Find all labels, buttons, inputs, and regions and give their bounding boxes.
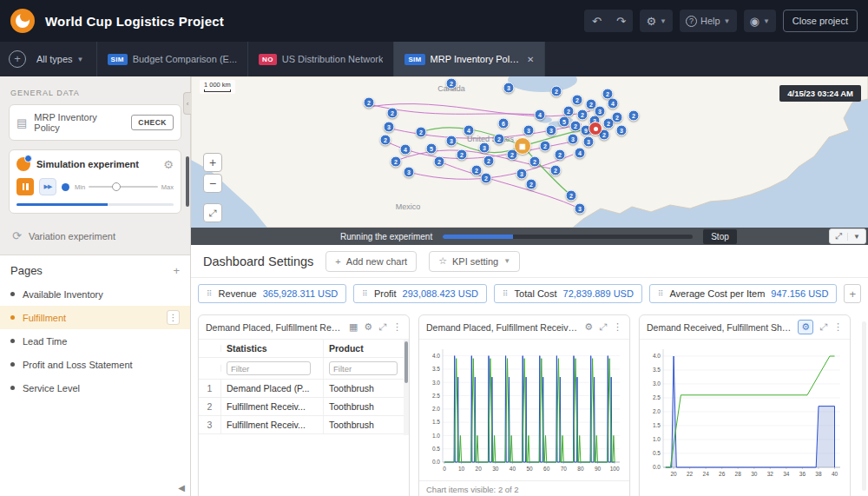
site-marker[interactable]: 2 [416,127,427,138]
redo-button[interactable]: ↷ [608,10,633,32]
site-marker[interactable]: 2 [563,106,575,117]
fast-forward-button[interactable]: ▶▶ [39,178,56,195]
kpi-chip-profit[interactable]: ⠿ Profit 293,088.423 USD [353,284,487,303]
site-marker[interactable]: 2 [566,190,577,202]
table-row[interactable]: 1 Demand Placed (P... Toothbrush [199,380,409,398]
drag-handle-icon[interactable]: ⠿ [207,289,213,298]
kebab-menu-icon[interactable]: ⋮ [392,321,402,333]
kpi-chip-average-cost-per-item[interactable]: ⠿ Average Cost per Item 947.156 USD [649,284,838,303]
sidebar-scrollbar[interactable] [186,156,189,207]
table-row[interactable]: 2 Fulfillment Receiv... Toothbrush [199,398,409,416]
site-marker[interactable]: 3 [503,83,515,94]
site-marker[interactable]: 4 [608,98,619,109]
undo-button[interactable]: ↶ [584,10,608,32]
site-marker[interactable]: 3 [479,142,490,154]
stop-experiment-button[interactable]: Stop [703,229,737,244]
page-item-service-level[interactable]: Service Level [0,376,190,400]
gear-icon[interactable]: ⚙ [798,320,813,334]
site-marker[interactable]: 2 [446,78,457,89]
zoom-in-button[interactable]: + [203,153,222,172]
gear-icon[interactable]: ⚙ [584,321,593,333]
site-marker[interactable]: 2 [387,108,398,119]
kpi-setting-button[interactable]: ☆ KPI setting ▼ [429,251,520,272]
dashboard-vertical-scrollbar[interactable] [862,321,866,491]
site-marker[interactable]: 2 [526,179,537,190]
help-menu-button[interactable]: ?Help▼ [680,10,737,32]
tab-mrp-inventory-policy[interactable]: SIM MRP Inventory Policy ✕ [393,42,545,76]
pause-button[interactable] [16,178,34,195]
kpi-chip-revenue[interactable]: ⠿ Revenue 365,928.311 USD [198,284,346,303]
site-marker[interactable]: 3 [404,167,415,178]
site-marker[interactable]: 2 [529,156,541,168]
site-marker[interactable]: 2 [555,149,566,161]
site-marker[interactable]: 5 [426,143,437,155]
site-marker[interactable]: 3 [523,125,535,136]
site-marker[interactable]: 2 [572,95,583,106]
site-marker[interactable]: 3 [575,203,586,215]
expand-icon[interactable]: ⤢ [819,321,827,333]
hub-marker[interactable] [514,137,531,155]
page-menu-kebab-icon[interactable]: ⋮ [167,310,180,325]
expand-icon[interactable]: ⤢ [378,321,386,333]
site-marker[interactable]: 5 [559,116,570,128]
site-marker[interactable]: 3 [583,136,595,148]
site-marker[interactable]: 2 [602,89,614,100]
zoom-out-button[interactable]: − [203,174,222,193]
scenario-type-filter[interactable]: All types ▼ [35,42,96,76]
site-marker[interactable]: 2 [391,156,402,168]
tab-us-distribution-network[interactable]: NO US Distribution Network [247,42,393,76]
speed-slider[interactable]: Min Max [75,183,174,191]
drag-handle-icon[interactable]: ⠿ [658,289,664,298]
kebab-menu-icon[interactable]: ⋮ [833,321,843,333]
site-marker[interactable]: 3 [446,136,457,147]
kebab-menu-icon[interactable]: ⋮ [613,321,622,333]
product-filter-input[interactable] [329,361,398,375]
site-marker[interactable]: 3 [384,122,395,133]
chevron-down-icon[interactable]: ▼ [847,233,865,241]
network-map[interactable]: Canada United States Mexico 223242325232… [191,76,868,228]
page-item-profit-loss[interactable]: Profit and Loss Statement [0,353,190,376]
site-marker[interactable]: 3 [568,134,579,145]
gear-icon[interactable]: ⚙ [163,158,174,171]
site-marker[interactable]: 2 [494,134,505,145]
sidebar-collapse-button[interactable]: ◀ [178,483,185,493]
site-marker[interactable]: 2 [540,141,551,152]
statistics-filter-input[interactable] [227,361,311,375]
site-marker[interactable]: 4 [535,109,546,121]
gear-icon[interactable]: ⚙ [364,321,372,333]
site-marker[interactable]: 2 [483,155,495,167]
drag-handle-icon[interactable]: ⠿ [362,289,368,298]
check-button[interactable]: CHECK [131,115,174,130]
site-marker[interactable]: 2 [481,173,492,184]
site-marker[interactable]: 3 [595,106,606,117]
tab-budget-comparison[interactable]: SIM Budget Comparison (E... [96,42,248,76]
table-vertical-scrollbar[interactable] [404,340,409,435]
site-marker[interactable]: 2 [551,86,562,97]
site-marker[interactable]: 2 [434,156,445,168]
kpi-chip-total-cost[interactable]: ⠿ Total Cost 72,839.889 USD [494,284,642,303]
tools-menu-button[interactable]: ◉▼ [744,10,776,32]
sidebar-collapse-handle[interactable]: ‹ [183,92,191,115]
alert-marker[interactable] [589,122,602,136]
table-view-icon[interactable]: ▦ [349,321,358,333]
site-marker[interactable]: 3 [616,125,628,136]
site-marker[interactable]: 6 [498,118,510,129]
site-marker[interactable]: 2 [550,165,562,176]
site-marker[interactable]: 2 [457,149,468,161]
page-item-available-inventory[interactable]: Available Inventory [0,282,190,306]
close-project-button[interactable]: Close project [783,10,858,32]
add-page-button[interactable]: + [173,264,180,277]
site-marker[interactable]: 2 [577,109,589,121]
site-marker[interactable]: 4 [464,125,475,136]
site-marker[interactable]: 3 [546,125,557,136]
site-marker[interactable]: 4 [400,144,411,155]
site-marker[interactable]: 3 [516,169,528,180]
map-fullscreen-button[interactable]: ⤢ [203,203,222,222]
table-row[interactable]: 3 Fulfillment Receiv... Toothbrush [199,416,409,434]
site-marker[interactable]: 2 [612,112,623,123]
add-new-chart-button[interactable]: + Add new chart [326,251,417,272]
close-tab-icon[interactable]: ✕ [527,55,534,64]
page-item-fulfillment[interactable]: Fulfillment ⋮ [0,306,190,329]
settings-menu-button[interactable]: ⚙▼ [640,10,673,32]
add-kpi-button[interactable]: + [844,284,861,303]
